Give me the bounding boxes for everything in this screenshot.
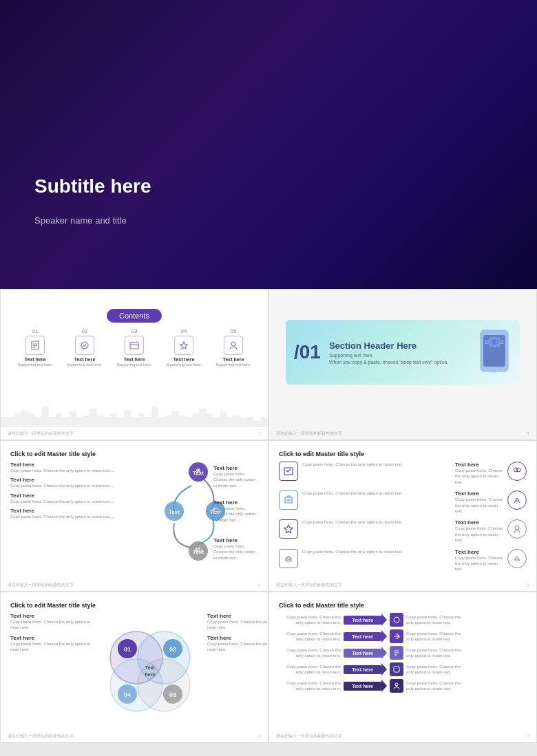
slide4-right-item-1: Text here Copy paste fonts. Choose the o… (213, 465, 258, 488)
svg-point-38 (515, 526, 519, 530)
svg-point-55 (394, 617, 399, 623)
svg-rect-2 (351, 72, 354, 78)
slide6-right: Text here Copy paste fonts. Choose the o… (207, 613, 268, 730)
slide5-icon-2 (279, 490, 298, 510)
section-num: /01 (294, 341, 321, 363)
slide4-content: Text here Copy paste fonts. Choose the o… (10, 462, 258, 572)
process-slide-6: Click to edit Master title style Text he… (0, 592, 268, 743)
slide5-row-4: Copy paste fonts. Choose the only option… (279, 549, 527, 572)
slide5-row-2: Copy paste fonts. Choose the only option… (279, 490, 527, 514)
contents-item-3: 03 Text here Supporting text here. (114, 328, 155, 367)
slides-grid: Contents 01 Text here Supporting text he… (0, 289, 537, 743)
slide5-title: Click to edit Master title style (279, 451, 527, 457)
section-phone-graphic (477, 327, 512, 378)
slide4-right-col: Text Text Text Text (138, 462, 258, 572)
svg-text:04: 04 (124, 691, 131, 698)
svg-rect-56 (394, 667, 399, 672)
slide5-icon-3 (279, 519, 298, 539)
section-banner: /01 Section Header Here Supporting text … (286, 320, 520, 385)
slide6-text-4: Text here Copy paste fonts. Choose the o… (207, 635, 268, 653)
phone-illustration (289, 34, 482, 268)
svg-rect-39 (287, 559, 290, 561)
svg-point-57 (395, 683, 398, 686)
svg-rect-4 (361, 68, 364, 78)
slide7-row-1: Copy paste fonts. Choose the only option… (279, 613, 527, 627)
svg-point-35 (516, 468, 520, 472)
slide7-footer: 请在此输入一段简短的标题性的文字 (276, 733, 342, 739)
slide5-icon-right-4 (507, 549, 527, 568)
slide5-icon-right-3 (507, 519, 527, 539)
slide4-item-2: Text here Copy paste fonts. Choose the o… (10, 477, 130, 488)
svg-rect-31 (196, 548, 198, 552)
banner-icon-4 (390, 662, 403, 676)
slide5-icon-right-2 (507, 490, 527, 510)
slide6-footer: 请在此输入一段简短的标题性的文字 (8, 733, 74, 739)
watermark: 小牛办公 (489, 21, 516, 30)
watermark: 小牛办公 (255, 21, 282, 30)
watermark: 小牛办公 (55, 103, 83, 113)
svg-point-6 (372, 98, 392, 118)
slide5-row-3: Copy paste fonts. Choose the only option… (279, 519, 527, 543)
contents-item-4: 04 Text here Supporting text here. (163, 328, 204, 367)
venn-diagram: 01 02 04 03 Text here (98, 620, 202, 723)
watermark: 小牛办公 (207, 261, 234, 271)
svg-text:here: here (145, 672, 156, 677)
slide5-icon-right-1 (507, 462, 527, 481)
decorative-outline-square (32, 121, 65, 155)
svg-rect-40 (516, 559, 518, 561)
hero-slide: 小牛办公 小牛办公 小牛办公 小牛办公 小牛办公 小牛办公 小牛办公 小牛办公 … (0, 0, 537, 289)
contents-items: 01 Text here Supporting text here. 02 (10, 328, 258, 367)
watermark: 小牛办公 (69, 261, 96, 271)
slide4-footer: 请在此输入一段简短的标题性的文字 (8, 582, 74, 588)
section-footer: 请在此输入一段简短的标题性的文字 (276, 431, 342, 437)
svg-point-28 (196, 468, 200, 473)
slide5-icon-1 (279, 462, 298, 481)
svg-point-7 (408, 74, 419, 85)
banner-icon-2 (390, 629, 403, 643)
svg-text:03: 03 (169, 691, 176, 698)
svg-text:01: 01 (124, 646, 131, 653)
slide5-row-1: Copy paste fonts. Choose the only option… (279, 462, 527, 485)
slide7-row-4: Copy paste fonts. Choose the only option… (279, 662, 527, 676)
decorative-square-small (108, 53, 124, 69)
city-silhouette (1, 403, 268, 427)
watermark: 小牛办公 (193, 103, 220, 113)
watermark: 小牛办公 (21, 21, 48, 30)
slide4-right-item-3: Text here Copy paste fonts. Choose the o… (213, 537, 258, 561)
process-slide-5: Click to edit Master title style Copy pa… (268, 440, 537, 592)
section-title: Section Header Here (329, 341, 472, 351)
svg-text:02: 02 (169, 646, 176, 653)
svg-point-5 (380, 255, 391, 266)
svg-point-19 (492, 339, 497, 345)
decorative-square (229, 85, 280, 135)
svg-text:Text: Text (145, 665, 156, 670)
section-support: Supporting text here. (329, 353, 472, 358)
slide6-content: Text here Copy paste fonts. Choose the o… (10, 613, 258, 730)
slide6-title: Click to edit Master title style (10, 602, 258, 609)
svg-point-15 (231, 342, 235, 346)
slide6-left: Text here Copy paste fonts. Choose the o… (10, 613, 93, 730)
banner-icon-5 (390, 679, 403, 693)
banner-arrow-5 (381, 680, 387, 692)
banner-arrow-4 (381, 663, 387, 676)
svg-text:Text: Text (169, 509, 180, 515)
slide6-venn: 01 02 04 03 Text here (98, 613, 202, 730)
svg-rect-32 (198, 547, 200, 552)
slide5-footer: 请在此输入一段简短的标题性的文字 (276, 582, 342, 588)
slide4-item-4: Text here Copy paste fonts. Choose the o… (10, 508, 130, 519)
contents-slide: Contents 01 Text here Supporting text he… (0, 289, 268, 440)
slide6-text-1: Text here Copy paste fonts. Choose the o… (10, 613, 93, 631)
slide7-title: Click to edit Master title style (279, 602, 527, 609)
banner-icon-3 (390, 646, 403, 660)
slide4-title: Click to edit Master title style (10, 451, 258, 457)
svg-point-18 (492, 369, 496, 374)
process-slide-7: Click to edit Master title style Copy pa… (268, 592, 537, 743)
slide7-content: Copy paste fonts. Choose the only option… (279, 613, 527, 693)
banner-arrow-3 (381, 647, 387, 659)
process-slide-4: Click to edit Master title style Text he… (0, 440, 268, 592)
slide7-row-3: Copy paste fonts. Choose the only option… (279, 646, 527, 660)
slide4-left-col: Text here Copy paste fonts. Choose the o… (10, 462, 133, 572)
watermark: 小牛办公 (138, 21, 165, 30)
svg-rect-13 (130, 343, 138, 349)
slide6-text-3: Text here Copy paste fonts. Choose the o… (207, 613, 268, 631)
